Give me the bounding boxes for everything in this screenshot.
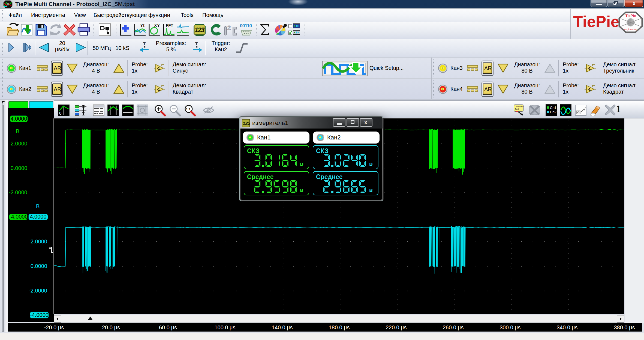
svg-text:-1: -1: [588, 66, 591, 70]
svg-text:FFT: FFT: [166, 23, 173, 28]
svg-text:T: T: [143, 41, 146, 46]
svg-text:TiePie: TiePie: [625, 14, 636, 18]
svg-text:Ch1: Ch1: [550, 106, 556, 110]
svg-text:Yt: Yt: [140, 23, 145, 28]
svg-text:Text: Text: [515, 108, 519, 110]
svg-text:123: 123: [195, 26, 205, 34]
svg-text:123: 123: [243, 121, 250, 126]
svg-text:0: 0: [59, 111, 61, 115]
svg-text:-1: -1: [157, 66, 160, 70]
svg-text:2: 2: [227, 24, 231, 31]
svg-text:00110: 00110: [240, 23, 252, 28]
svg-text:-1: -1: [157, 87, 160, 91]
svg-text:1:1: 1:1: [186, 108, 191, 111]
svg-text:Comment: Comment: [515, 105, 524, 108]
svg-text:Ch2: Ch2: [550, 110, 556, 114]
svg-text:T: T: [195, 41, 198, 46]
svg-text:engineering: engineering: [624, 28, 637, 31]
svg-text:-1: -1: [588, 87, 591, 91]
